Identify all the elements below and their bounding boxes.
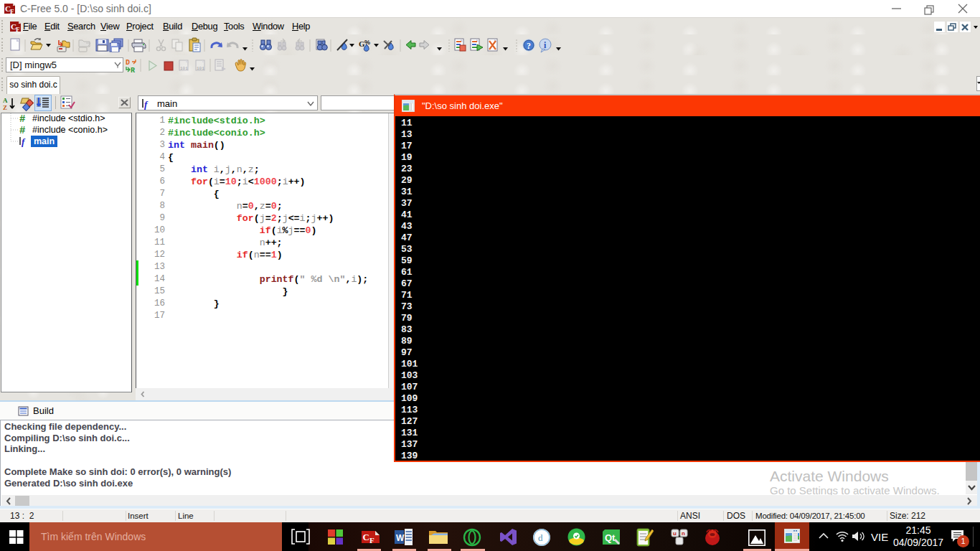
svg-text:Z: Z [3,104,7,111]
svg-text:A: A [3,97,8,104]
svg-text:F: F [10,8,14,15]
svg-text:Qt: Qt [605,532,616,543]
svg-text:F: F [16,26,20,33]
svg-text:d: d [538,532,543,543]
svg-text:101: 101 [197,66,204,71]
svg-text:f: f [22,136,26,147]
svg-text:main: main [34,136,55,146]
svg-text:D: D [126,59,130,67]
svg-text:?: ? [527,41,531,51]
svg-text:R: R [131,67,135,73]
svg-text:F: F [369,536,374,545]
svg-text:f: f [144,99,149,110]
svg-text:#include <conio.h>: #include <conio.h> [32,125,108,135]
svg-text:C: C [363,532,369,542]
svg-text:u: u [673,530,677,537]
svg-text:W: W [396,533,405,543]
svg-text:#include <stdio.h>: #include <stdio.h> [32,113,105,123]
svg-text:#: # [19,125,25,136]
svg-text:#: # [19,113,25,125]
svg-text:101: 101 [180,66,188,71]
svg-text:n: n [682,530,685,537]
